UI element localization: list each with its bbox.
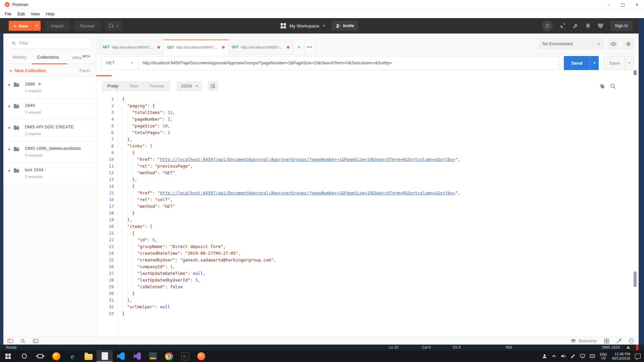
collection-item[interactable]: ▶test 15442 requests: [3, 163, 96, 184]
response-body-viewer[interactable]: 1{2 "paging": {3 "totalItems": 11,4 "pag…: [96, 93, 639, 337]
volume-icon[interactable]: [561, 354, 566, 358]
environment-settings-button[interactable]: [623, 38, 634, 50]
vscode-icon: [117, 352, 125, 360]
close-button[interactable]: ×: [630, 0, 644, 9]
code-line: 8 "links": [: [96, 143, 632, 149]
console-button[interactable]: [33, 339, 39, 343]
chevron-right-icon[interactable]: ▶: [8, 83, 11, 86]
collection-item[interactable]: ▶DMS API DOC CREATE1 request: [3, 120, 96, 141]
layout-button[interactable]: [604, 339, 609, 344]
tab-history[interactable]: History: [12, 55, 26, 60]
workspace-selector[interactable]: My Workspace: [289, 23, 319, 28]
request-tab[interactable]: GEThttp://localhost:64597/api/docu...: [228, 40, 293, 55]
runner-button[interactable]: Runner: [74, 21, 101, 31]
request-tab-active[interactable]: GEThttp://localhost:64597/api/docu...: [164, 40, 228, 55]
chevron-up-icon[interactable]: [552, 355, 556, 358]
taskbar-app-edge[interactable]: e: [64, 350, 80, 362]
browser-orange-icon: [197, 352, 205, 360]
view-preview[interactable]: Preview: [144, 84, 170, 88]
folder-icon: [13, 82, 19, 87]
pen-icon[interactable]: [571, 354, 575, 359]
url-input[interactable]: http://localhost:64597/api/DocumentAppro…: [139, 56, 559, 70]
start-button[interactable]: [0, 350, 16, 362]
network-icon[interactable]: [580, 354, 585, 358]
maximize-button[interactable]: □: [616, 0, 630, 9]
sync-disabled-icon[interactable]: [542, 20, 553, 31]
menu-file[interactable]: File: [0, 12, 14, 16]
chevron-right-icon[interactable]: ▶: [8, 126, 11, 129]
taskbar-app-vscode[interactable]: [113, 350, 129, 362]
filter-searchbox[interactable]: [7, 38, 93, 49]
save-dropdown-caret[interactable]: ▼: [625, 56, 634, 70]
build-browse-button[interactable]: [616, 339, 622, 344]
chevron-right-icon[interactable]: ▶: [8, 147, 11, 151]
environment-selector[interactable]: No Environment ▼: [539, 38, 604, 50]
sign-in-button[interactable]: Sign In: [610, 21, 633, 31]
menu-edit[interactable]: Edit: [14, 12, 28, 16]
taskbar-app-terminal[interactable]: >_: [177, 350, 193, 362]
scrollbar-thumb[interactable]: [634, 272, 637, 287]
action-center-icon[interactable]: [635, 354, 641, 359]
tab-overflow-button[interactable]: •••: [305, 40, 315, 55]
search-response-button[interactable]: [610, 83, 616, 89]
cortana-search-button[interactable]: [16, 350, 32, 362]
chevron-right-icon[interactable]: ▶: [8, 104, 11, 108]
view-pretty[interactable]: Pretty: [102, 84, 124, 88]
taskbar-app-visual-studio[interactable]: [129, 350, 145, 362]
environment-quicklook-button[interactable]: [608, 38, 619, 50]
filter-input[interactable]: [19, 41, 88, 46]
search-button[interactable]: [20, 339, 25, 344]
taskbar-app-browser-orange[interactable]: [193, 350, 209, 362]
toggle-sidebar-button[interactable]: [7, 339, 13, 343]
open-new-window-button[interactable]: ▼: [105, 21, 122, 31]
taskbar-app-chrome[interactable]: [161, 350, 177, 362]
capture-requests-icon[interactable]: [559, 22, 566, 29]
new-collection-button[interactable]: +New Collection: [9, 68, 46, 73]
copy-response-button[interactable]: [599, 83, 605, 89]
new-dropdown-caret[interactable]: ▼: [33, 21, 41, 31]
taskbar-app-sql-tool[interactable]: [145, 350, 161, 362]
task-view-button[interactable]: [32, 350, 48, 362]
view-raw[interactable]: Raw: [124, 84, 144, 88]
new-tab-button[interactable]: +: [294, 40, 305, 55]
workspace-caret-icon[interactable]: ▼: [323, 24, 326, 27]
request-tab[interactable]: GEThttp://localhost:64597/api/docu...: [99, 40, 164, 55]
tab-collections[interactable]: Collections: [37, 55, 59, 60]
taskbar-clock[interactable]: 12:46 PM 09/13/2019: [612, 352, 630, 361]
menu-view[interactable]: View: [28, 12, 43, 16]
people-tray-icon[interactable]: [542, 354, 547, 359]
new-button[interactable]: +New ▼: [9, 21, 41, 31]
notifications-bell-icon[interactable]: [585, 23, 591, 29]
line-number: 15: [96, 190, 114, 196]
collection-item[interactable]: ▶DMS-1696_deletecandidate3 requests: [3, 141, 96, 163]
collection-item[interactable]: ▶1688★1 request: [3, 77, 96, 99]
taskbar-app-notepad[interactable]: [97, 350, 113, 362]
language-indicator[interactable]: ENG US: [600, 353, 607, 360]
wrap-text-button[interactable]: [208, 81, 218, 91]
code-line: 21 {: [96, 230, 632, 237]
method-selector[interactable]: GET ▼: [101, 56, 139, 70]
import-button[interactable]: Import: [45, 21, 70, 31]
code-line: 1{: [96, 96, 632, 103]
touch-keyboard-icon[interactable]: [590, 354, 595, 358]
chevron-right-icon[interactable]: ▶: [8, 169, 11, 172]
heart-icon[interactable]: [597, 23, 604, 29]
settings-wrench-icon[interactable]: [572, 23, 579, 29]
response-format-selector[interactable]: JSON ▼: [177, 81, 202, 91]
invite-button[interactable]: Invite: [332, 21, 358, 31]
bootcamp-button[interactable]: Bootcamp: [571, 339, 597, 343]
taskbar-app-file-explorer[interactable]: [80, 350, 97, 362]
minimize-button[interactable]: –: [602, 0, 616, 9]
collection-item[interactable]: ▶16491 request: [3, 99, 96, 120]
tab-apis[interactable]: APIsBETA: [72, 55, 90, 60]
scrollbar-thumb-top[interactable]: [634, 70, 637, 75]
caret-down-icon: ▼: [130, 61, 133, 65]
help-button[interactable]: ?: [629, 339, 634, 344]
send-dropdown-caret[interactable]: ▼: [590, 56, 599, 70]
trash-button[interactable]: Trash: [79, 68, 90, 73]
taskbar-app-firefox[interactable]: [48, 350, 64, 362]
tab-label: http://localhost:64597/api/docu...: [241, 45, 284, 49]
save-button[interactable]: Save ▼: [603, 56, 634, 70]
send-button[interactable]: Send ▼: [564, 56, 599, 70]
menu-help[interactable]: Help: [43, 12, 58, 16]
